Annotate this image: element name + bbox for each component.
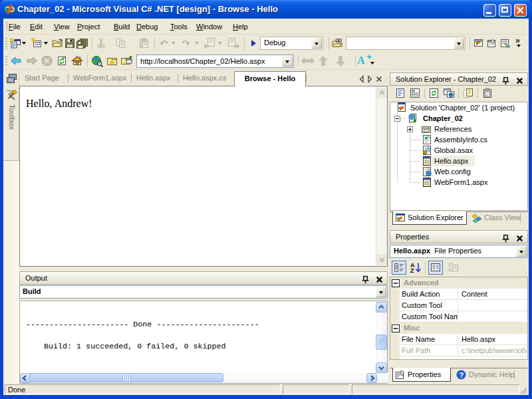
svg-text:?: ? xyxy=(460,371,464,379)
svg-text:Z: Z xyxy=(410,267,414,273)
